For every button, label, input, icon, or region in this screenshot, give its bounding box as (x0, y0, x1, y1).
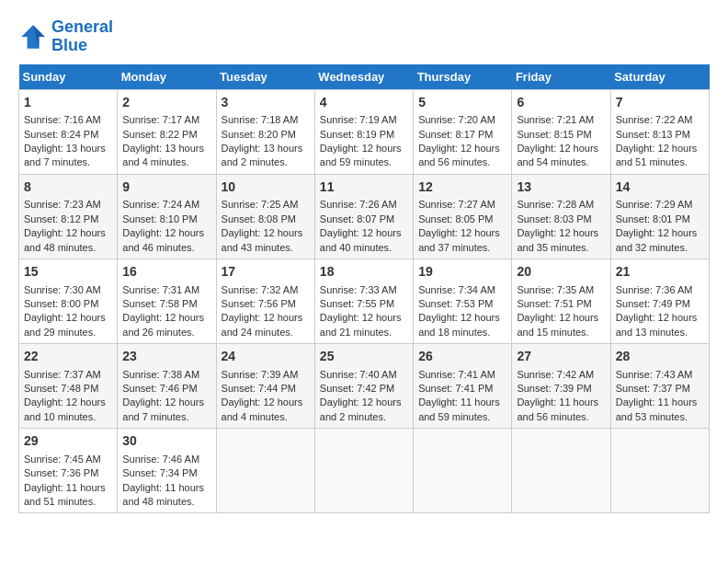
calendar-week-3: 15Sunrise: 7:30 AMSunset: 8:00 PMDayligh… (19, 259, 710, 343)
day-number: 23 (122, 348, 210, 366)
sunset-text: Sunset: 7:58 PM (122, 298, 197, 309)
logo-line2: Blue (51, 37, 113, 55)
sunrise-text: Sunrise: 7:19 AM (320, 114, 397, 125)
sunrise-text: Sunrise: 7:43 AM (616, 369, 693, 380)
sunset-text: Sunset: 8:24 PM (24, 129, 98, 140)
daylight-text: Daylight: 11 hours and 56 minutes. (517, 396, 598, 421)
page-header: General Blue (18, 18, 710, 55)
calendar-cell: 25Sunrise: 7:40 AMSunset: 7:42 PMDayligh… (314, 344, 413, 429)
sunset-text: Sunset: 7:36 PM (24, 467, 98, 478)
calendar-cell: 9Sunrise: 7:24 AMSunset: 8:10 PMDaylight… (118, 174, 216, 259)
calendar-week-4: 22Sunrise: 7:37 AMSunset: 7:48 PMDayligh… (19, 344, 710, 429)
sunset-text: Sunset: 7:56 PM (222, 298, 296, 309)
sunrise-text: Sunrise: 7:28 AM (517, 199, 594, 210)
sunrise-text: Sunrise: 7:18 AM (222, 114, 299, 125)
header-row: SundayMondayTuesdayWednesdayThursdayFrid… (19, 64, 710, 90)
calendar-cell: 2Sunrise: 7:17 AMSunset: 8:22 PMDaylight… (118, 89, 216, 174)
sunrise-text: Sunrise: 7:39 AM (222, 369, 299, 380)
logo-text: General Blue (51, 18, 113, 55)
daylight-text: Daylight: 12 hours and 7 minutes. (122, 396, 204, 421)
day-number: 18 (320, 263, 408, 282)
sunrise-text: Sunrise: 7:26 AM (320, 199, 397, 210)
daylight-text: Daylight: 12 hours and 48 minutes. (24, 227, 106, 252)
calendar-cell: 26Sunrise: 7:41 AMSunset: 7:41 PMDayligh… (414, 344, 512, 429)
day-number: 9 (122, 178, 210, 197)
daylight-text: Daylight: 12 hours and 40 minutes. (320, 227, 402, 252)
calendar-cell: 12Sunrise: 7:27 AMSunset: 8:05 PMDayligh… (414, 174, 512, 259)
header-cell-wednesday: Wednesday (314, 64, 413, 90)
calendar-week-1: 1Sunrise: 7:16 AMSunset: 8:24 PMDaylight… (19, 89, 710, 174)
day-number: 16 (122, 263, 210, 282)
day-number: 27 (517, 348, 605, 366)
day-number: 25 (320, 348, 408, 366)
calendar-week-2: 8Sunrise: 7:23 AMSunset: 8:12 PMDaylight… (19, 174, 710, 259)
sunset-text: Sunset: 8:19 PM (320, 129, 394, 140)
daylight-text: Daylight: 12 hours and 59 minutes. (320, 143, 402, 167)
day-number: 12 (418, 178, 506, 197)
daylight-text: Daylight: 12 hours and 29 minutes. (24, 312, 106, 337)
daylight-text: Daylight: 11 hours and 51 minutes. (24, 482, 106, 507)
day-number: 30 (122, 432, 210, 451)
daylight-text: Daylight: 12 hours and 43 minutes. (222, 227, 303, 252)
sunset-text: Sunset: 8:03 PM (517, 213, 591, 224)
calendar-cell: 1Sunrise: 7:16 AMSunset: 8:24 PMDaylight… (19, 89, 118, 174)
daylight-text: Daylight: 12 hours and 46 minutes. (122, 227, 204, 252)
daylight-text: Daylight: 12 hours and 2 minutes. (320, 396, 402, 421)
calendar-cell: 22Sunrise: 7:37 AMSunset: 7:48 PMDayligh… (19, 344, 118, 429)
sunset-text: Sunset: 8:08 PM (222, 213, 296, 224)
calendar-cell: 21Sunrise: 7:36 AMSunset: 7:49 PMDayligh… (610, 259, 709, 343)
day-number: 19 (418, 263, 506, 282)
sunrise-text: Sunrise: 7:36 AM (616, 284, 693, 295)
sunset-text: Sunset: 7:51 PM (517, 298, 591, 309)
sunrise-text: Sunrise: 7:41 AM (418, 369, 495, 380)
calendar-cell: 7Sunrise: 7:22 AMSunset: 8:13 PMDaylight… (610, 89, 709, 174)
daylight-text: Daylight: 12 hours and 35 minutes. (517, 227, 598, 252)
day-number: 7 (616, 94, 704, 112)
header-cell-friday: Friday (512, 64, 610, 90)
sunrise-text: Sunrise: 7:22 AM (616, 114, 693, 125)
calendar-cell: 16Sunrise: 7:31 AMSunset: 7:58 PMDayligh… (118, 259, 216, 343)
day-number: 24 (222, 348, 310, 366)
daylight-text: Daylight: 12 hours and 24 minutes. (222, 312, 303, 337)
sunrise-text: Sunrise: 7:25 AM (222, 199, 299, 210)
daylight-text: Daylight: 12 hours and 18 minutes. (418, 312, 500, 337)
day-number: 15 (24, 263, 112, 282)
calendar-cell: 24Sunrise: 7:39 AMSunset: 7:44 PMDayligh… (216, 344, 314, 429)
sunrise-text: Sunrise: 7:42 AM (517, 369, 594, 380)
day-number: 26 (418, 348, 506, 366)
calendar-cell: 14Sunrise: 7:29 AMSunset: 8:01 PMDayligh… (610, 174, 709, 259)
daylight-text: Daylight: 11 hours and 59 minutes. (418, 396, 500, 421)
day-number: 8 (24, 178, 112, 197)
daylight-text: Daylight: 12 hours and 56 minutes. (418, 143, 500, 167)
sunset-text: Sunset: 7:41 PM (418, 383, 493, 394)
calendar-cell: 11Sunrise: 7:26 AMSunset: 8:07 PMDayligh… (314, 174, 413, 259)
calendar-cell: 15Sunrise: 7:30 AMSunset: 8:00 PMDayligh… (19, 259, 118, 343)
logo-icon (18, 22, 48, 52)
calendar-table: SundayMondayTuesdayWednesdayThursdayFrid… (18, 64, 710, 514)
sunrise-text: Sunrise: 7:24 AM (122, 199, 199, 210)
sunset-text: Sunset: 7:53 PM (418, 298, 493, 309)
sunset-text: Sunset: 7:44 PM (222, 383, 296, 394)
sunset-text: Sunset: 8:13 PM (616, 129, 690, 140)
sunset-text: Sunset: 7:37 PM (616, 383, 690, 394)
calendar-cell: 5Sunrise: 7:20 AMSunset: 8:17 PMDaylight… (414, 89, 512, 174)
daylight-text: Daylight: 12 hours and 37 minutes. (418, 227, 500, 252)
sunset-text: Sunset: 7:48 PM (24, 383, 98, 394)
calendar-cell: 18Sunrise: 7:33 AMSunset: 7:55 PMDayligh… (314, 259, 413, 343)
sunrise-text: Sunrise: 7:45 AM (24, 454, 101, 465)
daylight-text: Daylight: 12 hours and 10 minutes. (24, 396, 106, 421)
header-cell-monday: Monday (118, 64, 216, 90)
day-number: 22 (24, 348, 112, 366)
day-number: 6 (517, 94, 605, 112)
calendar-cell: 10Sunrise: 7:25 AMSunset: 8:08 PMDayligh… (216, 174, 314, 259)
sunset-text: Sunset: 8:15 PM (517, 129, 591, 140)
sunrise-text: Sunrise: 7:30 AM (24, 284, 101, 295)
day-number: 17 (222, 263, 310, 282)
sunset-text: Sunset: 8:10 PM (122, 213, 197, 224)
sunset-text: Sunset: 8:12 PM (24, 213, 98, 224)
sunrise-text: Sunrise: 7:21 AM (517, 114, 594, 125)
calendar-cell: 3Sunrise: 7:18 AMSunset: 8:20 PMDaylight… (216, 89, 314, 174)
calendar-cell: 20Sunrise: 7:35 AMSunset: 7:51 PMDayligh… (512, 259, 610, 343)
daylight-text: Daylight: 13 hours and 2 minutes. (222, 143, 303, 167)
sunset-text: Sunset: 7:39 PM (517, 383, 591, 394)
